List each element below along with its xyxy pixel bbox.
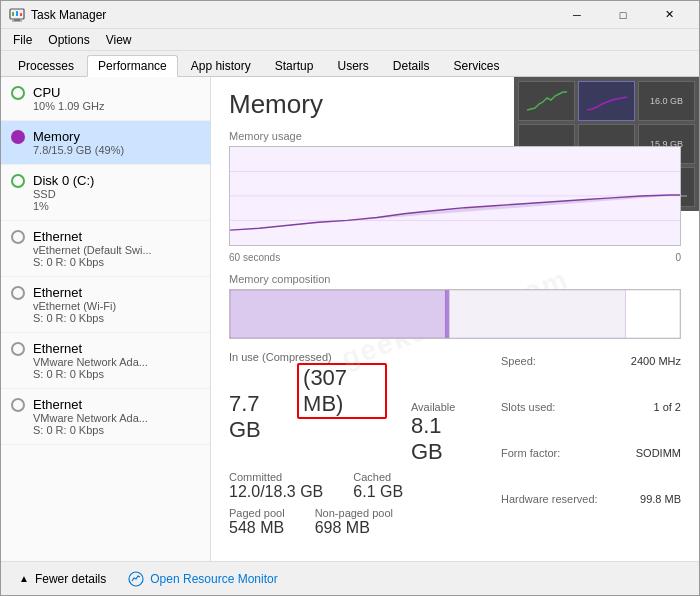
eth1-sub: vEthernet (Default Swi...: [33, 244, 200, 256]
in-use-row: In use (Compressed) 7.7 GB (307 MB) Avai…: [229, 351, 471, 465]
eth2-label: Ethernet: [33, 285, 82, 300]
sidebar-item-memory[interactable]: Memory 7.8/15.9 GB (49%): [1, 121, 210, 165]
eth4-label: Ethernet: [33, 397, 82, 412]
paged-pool-block: Paged pool 548 MB: [229, 507, 285, 537]
svg-rect-5: [20, 13, 22, 16]
open-resource-monitor-link[interactable]: Open Resource Monitor: [150, 572, 277, 586]
composition-chart: [229, 289, 681, 339]
eth3-sub3: S: 0 R: 0 Kbps: [33, 368, 200, 380]
slots-value: 1 of 2: [614, 401, 681, 413]
sidebar-item-ethernet-1[interactable]: Ethernet vEthernet (Default Swi... S: 0 …: [1, 221, 210, 277]
menu-file[interactable]: File: [5, 31, 40, 49]
maximize-button[interactable]: □: [601, 1, 645, 29]
in-use-value: 7.7 GB: [229, 391, 289, 443]
available-label: Available: [411, 401, 471, 413]
eth4-status-circle: [11, 398, 25, 412]
sidebar-item-ethernet-3[interactable]: Ethernet VMware Network Ada... S: 0 R: 0…: [1, 333, 210, 389]
cached-value: 6.1 GB: [353, 483, 403, 500]
fewer-details-button[interactable]: ▲ Fewer details: [13, 570, 112, 588]
nonpaged-pool-value: 698 MB: [315, 519, 370, 536]
cpu-label: CPU: [33, 85, 60, 100]
composition-label: Memory composition: [229, 273, 681, 285]
thumb-cpu[interactable]: [518, 81, 575, 121]
minimize-button[interactable]: ─: [555, 1, 599, 29]
sidebar-item-cpu[interactable]: CPU 10% 1.09 GHz: [1, 77, 210, 121]
committed-value: 12.0/18.3 GB: [229, 483, 323, 500]
svg-rect-3: [12, 12, 14, 16]
chart-time-labels: 60 seconds 0: [229, 252, 681, 263]
title-bar: Task Manager ─ □ ✕: [1, 1, 699, 29]
title-text: Task Manager: [31, 8, 106, 22]
sidebar-item-memory-header: Memory: [11, 129, 200, 144]
eth3-sub: VMware Network Ada...: [33, 356, 200, 368]
cached-block: Cached 6.1 GB: [353, 471, 403, 501]
eth3-label: Ethernet: [33, 341, 82, 356]
tab-app-history[interactable]: App history: [180, 55, 262, 76]
sidebar-item-eth3-header: Ethernet: [11, 341, 200, 356]
tab-processes[interactable]: Processes: [7, 55, 85, 76]
eth3-status-circle: [11, 342, 25, 356]
eth2-status-circle: [11, 286, 25, 300]
cpu-status-circle: [11, 86, 25, 100]
tab-performance[interactable]: Performance: [87, 55, 178, 77]
tab-services[interactable]: Services: [443, 55, 511, 76]
sidebar-item-cpu-header: CPU: [11, 85, 200, 100]
title-bar-left: Task Manager: [9, 7, 106, 23]
disk-sub2: 1%: [33, 200, 200, 212]
chevron-up-icon: ▲: [19, 573, 29, 584]
left-stats: In use (Compressed) 7.7 GB (307 MB) Avai…: [229, 351, 471, 537]
thumb-memory[interactable]: [578, 81, 635, 121]
right-panel: geekermag.com 16.0 GB: [211, 77, 699, 561]
sidebar-item-eth2-header: Ethernet: [11, 285, 200, 300]
sidebar: CPU 10% 1.09 GHz Memory 7.8/15.9 GB (49%…: [1, 77, 211, 561]
thumb-16gb: 16.0 GB: [638, 81, 695, 121]
nonpaged-pool-label: Non-paged pool: [315, 507, 393, 519]
tab-details[interactable]: Details: [382, 55, 441, 76]
slots-label: Slots used:: [501, 401, 598, 413]
hw-reserved-label: Hardware reserved:: [501, 493, 598, 505]
memory-status-circle: [11, 130, 25, 144]
sidebar-item-ethernet-4[interactable]: Ethernet VMware Network Ada... S: 0 R: 0…: [1, 389, 210, 445]
nonpaged-pool-block: Non-paged pool 698 MB: [315, 507, 393, 537]
available-value: 8.1 GB: [411, 413, 443, 464]
eth4-sub3: S: 0 R: 0 Kbps: [33, 424, 200, 436]
speed-value: 2400 MHz: [614, 355, 681, 367]
eth2-sub3: S: 0 R: 0 Kbps: [33, 312, 200, 324]
menu-options[interactable]: Options: [40, 31, 97, 49]
in-use-label: In use (Compressed): [229, 351, 471, 363]
eth4-sub: VMware Network Ada...: [33, 412, 200, 424]
svg-rect-4: [16, 11, 18, 16]
monitor-icon: [128, 571, 144, 587]
footer: ▲ Fewer details Open Resource Monitor: [1, 561, 699, 595]
paged-pool-value: 548 MB: [229, 519, 284, 536]
form-factor-label: Form factor:: [501, 447, 598, 459]
speed-label: Speed:: [501, 355, 598, 367]
fewer-details-label: Fewer details: [35, 572, 106, 586]
right-info-grid: Speed: 2400 MHz Slots used: 1 of 2 Form …: [501, 355, 681, 537]
main-content: CPU 10% 1.09 GHz Memory 7.8/15.9 GB (49%…: [1, 77, 699, 561]
close-button[interactable]: ✕: [647, 1, 691, 29]
sidebar-item-ethernet-2[interactable]: Ethernet vEthernet (Wi-Fi) S: 0 R: 0 Kbp…: [1, 277, 210, 333]
menu-view[interactable]: View: [98, 31, 140, 49]
pool-row: Paged pool 548 MB Non-paged pool 698 MB: [229, 507, 471, 537]
disk-sub: SSD: [33, 188, 200, 200]
paged-pool-label: Paged pool: [229, 507, 285, 519]
eth1-sub3: S: 0 R: 0 Kbps: [33, 256, 200, 268]
eth2-sub: vEthernet (Wi-Fi): [33, 300, 200, 312]
sidebar-item-disk[interactable]: Disk 0 (C:) SSD 1%: [1, 165, 210, 221]
tab-startup[interactable]: Startup: [264, 55, 325, 76]
stats-section: In use (Compressed) 7.7 GB (307 MB) Avai…: [229, 351, 681, 537]
cpu-sub: 10% 1.09 GHz: [33, 100, 200, 112]
form-factor-value: SODIMM: [614, 447, 681, 459]
memory-sub: 7.8/15.9 GB (49%): [33, 144, 200, 156]
compressed-value: (307 MB): [297, 363, 387, 419]
hw-reserved-value: 99.8 MB: [614, 493, 681, 505]
svg-rect-9: [230, 290, 445, 338]
sidebar-item-eth4-header: Ethernet: [11, 397, 200, 412]
svg-rect-2: [12, 20, 22, 21]
tab-bar: Processes Performance App history Startu…: [1, 51, 699, 77]
memory-label: Memory: [33, 129, 80, 144]
committed-label: Committed: [229, 471, 323, 483]
tab-users[interactable]: Users: [326, 55, 379, 76]
memory-usage-chart: [229, 146, 681, 246]
